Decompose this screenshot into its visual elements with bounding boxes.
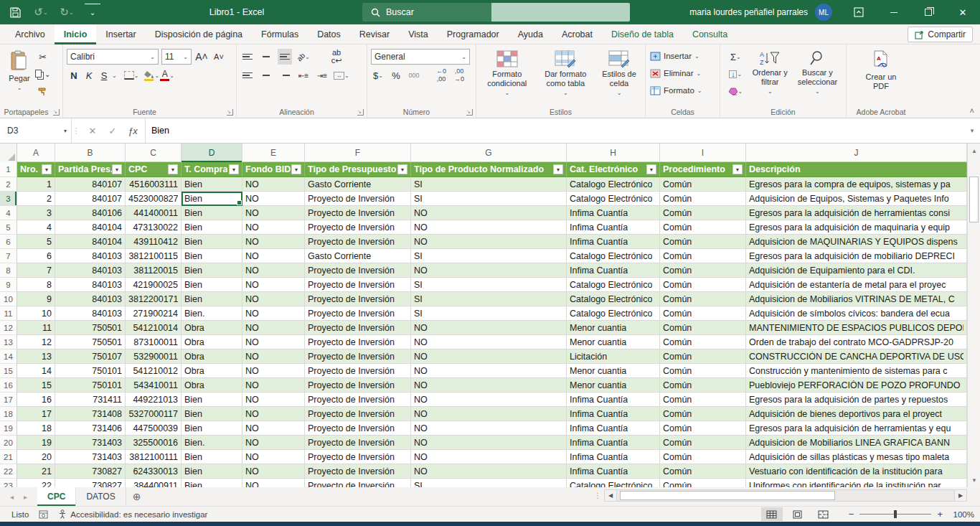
header-cell[interactable]: Nro.▼	[17, 162, 55, 177]
name-box[interactable]: D3 ▾	[0, 118, 72, 143]
row-header-20[interactable]: 20	[0, 436, 17, 450]
cell[interactable]: Bien	[182, 393, 242, 407]
tab-insertar[interactable]: Insertar	[96, 24, 145, 44]
cell[interactable]: Orden de trabajo del contrato MCO-GADPRS…	[746, 335, 967, 349]
font-color-icon[interactable]: A⌄	[160, 67, 174, 83]
column-header-G[interactable]: G	[411, 144, 567, 162]
tab-revisar[interactable]: Revisar	[350, 24, 399, 44]
row-header-15[interactable]: 15	[0, 364, 17, 378]
cell[interactable]: Infima Cuantía	[567, 263, 660, 278]
cell[interactable]: Obra	[182, 321, 242, 335]
row-header-3[interactable]: 3	[0, 192, 17, 206]
close-button[interactable]: ✕	[946, 0, 980, 24]
cell[interactable]: Bien	[182, 263, 242, 278]
column-header-B[interactable]: B	[55, 144, 126, 162]
cell[interactable]: Proyecto de Inversión	[305, 292, 411, 306]
user-name[interactable]: maria lourdes peñafiel parrales	[689, 7, 808, 17]
cell[interactable]: 3812200171	[126, 292, 182, 306]
cell[interactable]: Gasto Corriente	[305, 177, 411, 192]
cell[interactable]: 384400911	[126, 479, 182, 487]
cell[interactable]: 4523000827	[126, 192, 182, 206]
cell[interactable]: NO	[411, 220, 567, 235]
vertical-scroll-thumb[interactable]	[969, 177, 979, 222]
cell[interactable]: Proyecto de Inversión	[305, 464, 411, 479]
cell[interactable]: 18	[17, 421, 55, 436]
share-button[interactable]: Compartir	[908, 27, 973, 42]
cell[interactable]: 750501	[55, 321, 126, 335]
cell[interactable]: NO	[411, 464, 567, 479]
cell[interactable]: Bien	[182, 192, 242, 206]
row-header-13[interactable]: 13	[0, 335, 17, 349]
cell[interactable]: 840103	[55, 249, 126, 263]
page-break-view-icon[interactable]	[813, 507, 834, 521]
cell[interactable]: SI	[411, 278, 567, 292]
cell[interactable]: Proyecto de Inversión	[305, 321, 411, 335]
header-cell[interactable]: Descripción	[746, 162, 967, 177]
cell[interactable]: Común	[660, 192, 746, 206]
cell[interactable]: Proyecto de Inversión	[305, 335, 411, 349]
row-header-5[interactable]: 5	[0, 220, 17, 235]
accessibility-status[interactable]: Accesibilidad: es necesario investigar	[58, 509, 207, 519]
header-cell[interactable]: CPC▼	[126, 162, 182, 177]
cell[interactable]: 750107	[55, 349, 126, 364]
cell[interactable]: 840103	[55, 292, 126, 306]
cell[interactable]: 19	[17, 436, 55, 450]
cell[interactable]: 10	[17, 306, 55, 321]
cell[interactable]: 20	[17, 450, 55, 464]
cell[interactable]: 14	[17, 364, 55, 378]
row-header-22[interactable]: 22	[0, 464, 17, 479]
tab-ayuda[interactable]: Ayuda	[509, 24, 552, 44]
underline-button[interactable]: S	[97, 67, 111, 83]
cell[interactable]: NO	[411, 321, 567, 335]
cell[interactable]: NO	[242, 464, 305, 479]
font-size-select[interactable]: 11⌄	[161, 49, 192, 65]
cell-styles-button[interactable]: Estilos de celda ⌄	[597, 47, 641, 103]
select-all-button[interactable]	[0, 144, 17, 162]
cancel-entry-icon[interactable]: ✕	[83, 122, 102, 139]
cell[interactable]: NO	[242, 306, 305, 321]
cell[interactable]: NO	[242, 421, 305, 436]
cell[interactable]: Bien	[182, 177, 242, 192]
cell[interactable]: 2	[17, 192, 55, 206]
cell[interactable]: 11	[17, 321, 55, 335]
align-bottom-icon[interactable]	[278, 49, 292, 65]
cell[interactable]: Menor cuantia	[567, 335, 660, 349]
cell[interactable]: Licitación	[567, 349, 660, 364]
row-header-7[interactable]: 7	[0, 249, 17, 263]
cell[interactable]: Menor cuantia	[567, 364, 660, 378]
align-center-icon[interactable]	[259, 67, 273, 83]
cell[interactable]: Proyecto de Inversión	[305, 220, 411, 235]
cell[interactable]: 15	[17, 378, 55, 393]
find-select-button[interactable]: Buscar y seleccionar ⌄	[793, 47, 842, 103]
row-header-10[interactable]: 10	[0, 292, 17, 306]
expand-formula-bar-icon[interactable]: ▾	[964, 118, 980, 143]
orientation-icon[interactable]: ab⌄	[296, 49, 311, 65]
tab-diseño-de-tabla[interactable]: Diseño de tabla	[602, 24, 683, 44]
cell[interactable]: Proyecto de Inversión	[305, 450, 411, 464]
cell[interactable]: Egresos para la adquisición de mobiliari…	[746, 249, 967, 263]
cell[interactable]: Bien	[182, 407, 242, 421]
cell[interactable]: NO	[242, 220, 305, 235]
increase-font-icon[interactable]: A˄	[194, 49, 209, 65]
cell[interactable]: Común	[660, 278, 746, 292]
number-dialog-launcher[interactable]: ↘	[466, 109, 473, 116]
column-header-F[interactable]: F	[305, 144, 411, 162]
font-dialog-launcher[interactable]: ↘	[227, 109, 233, 116]
cell[interactable]: 750101	[55, 378, 126, 393]
zoom-level[interactable]: 100%	[947, 510, 974, 519]
cell[interactable]: NO	[242, 292, 305, 306]
cell[interactable]: NO	[411, 349, 567, 364]
cell[interactable]: NO	[242, 450, 305, 464]
cell[interactable]: 731403	[55, 450, 126, 464]
filter-dropdown-icon[interactable]: ▼	[42, 164, 52, 174]
cell[interactable]: 421900025	[126, 278, 182, 292]
align-left-icon[interactable]	[240, 67, 255, 83]
restore-button[interactable]	[911, 0, 946, 24]
tab-consulta[interactable]: Consulta	[683, 24, 737, 44]
cell[interactable]: NO	[411, 378, 567, 393]
row-header-4[interactable]: 4	[0, 206, 17, 220]
avatar[interactable]: ML	[815, 4, 832, 21]
cell[interactable]: NO	[242, 349, 305, 364]
cell[interactable]: NO	[411, 450, 567, 464]
tab-fórmulas[interactable]: Fórmulas	[252, 24, 308, 44]
